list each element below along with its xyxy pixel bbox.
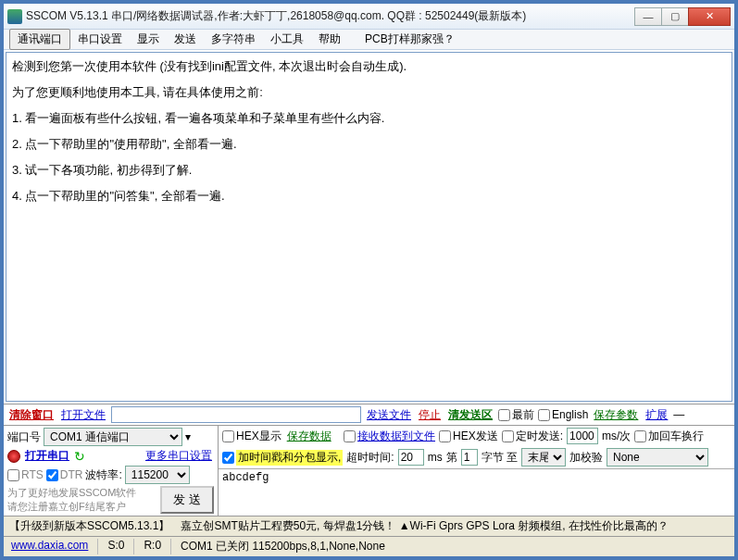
interval-input[interactable]: [567, 428, 598, 444]
timeout-label: 超时时间:: [346, 450, 394, 466]
content-line: 4. 点一下帮助里的"问答集", 全部看一遍.: [12, 186, 726, 206]
menu-multistring[interactable]: 多字符串: [204, 30, 263, 49]
save-data-button[interactable]: 保存数据: [285, 429, 333, 444]
toolbar-row-1: 清除窗口 打开文件 发送文件 停止 清发送区 最前 English 保存参数 扩…: [4, 404, 734, 425]
extend-button[interactable]: 扩展: [644, 407, 669, 423]
port-select[interactable]: COM1 通信端口: [44, 428, 182, 446]
port-dropdown-icon[interactable]: ▾: [185, 430, 191, 443]
clear-send-area-button[interactable]: 清发送区: [446, 407, 494, 423]
baud-select[interactable]: 115200: [125, 466, 190, 484]
status-bar: www.daxia.com S:0 R:0 COM1 已关闭 115200bps…: [4, 536, 734, 556]
hex-send-checkbox[interactable]: HEX发送: [439, 429, 498, 444]
menu-help[interactable]: 帮助: [311, 30, 348, 49]
more-settings-button[interactable]: 更多串口设置: [144, 448, 214, 464]
titlebar[interactable]: SSCOM V5.13.1 串口/网络数据调试器,作者:大虾丁丁,2618058…: [4, 4, 734, 30]
timeout-unit: ms: [428, 451, 443, 464]
clear-window-button[interactable]: 清除窗口: [7, 407, 56, 423]
content-line: 3. 试一下各项功能, 初步得到了解.: [12, 160, 726, 180]
content-line: 2. 点一下帮助里的"使用帮助", 全部看一遍.: [12, 134, 726, 155]
rts-checkbox[interactable]: RTS: [7, 468, 44, 481]
page-label-1: 第: [446, 450, 457, 466]
port-label: 端口号: [7, 429, 41, 445]
interval-unit: ms/次: [602, 429, 631, 444]
open-file-button[interactable]: 打开文件: [59, 407, 107, 423]
main-window: SSCOM V5.13.1 串口/网络数据调试器,作者:大虾丁丁,2618058…: [3, 3, 735, 557]
ad-text[interactable]: 嘉立创SMT贴片工程费50元, 每焊盘1分钱！ ▲Wi-Fi Gprs GPS …: [181, 518, 669, 534]
lower-right-panel: HEX显示 保存数据 接收数据到文件 HEX发送 定时发送: ms/次 加回车换…: [219, 426, 734, 516]
topmost-checkbox[interactable]: 最前: [498, 407, 534, 423]
lower-left-panel: 端口号 COM1 通信端口 ▾ 打开串口 ↻ 更多串口设置 RTS DTR 波特…: [4, 426, 219, 516]
open-port-button[interactable]: 打开串口: [23, 448, 71, 464]
app-icon: [7, 9, 22, 24]
options-row-1: HEX显示 保存数据 接收数据到文件 HEX发送 定时发送: ms/次 加回车换…: [219, 426, 734, 446]
menu-display[interactable]: 显示: [130, 30, 167, 49]
status-recv: R:0: [134, 539, 171, 554]
promo-line2: 请您注册嘉立创F结尾客户: [7, 500, 157, 514]
timed-send-checkbox[interactable]: 定时发送:: [502, 429, 563, 444]
status-url[interactable]: www.daxia.com: [9, 539, 98, 554]
upgrade-link[interactable]: 【升级到新版本SSCOM5.13.1】: [9, 518, 169, 534]
record-icon: [7, 450, 20, 463]
send-textarea[interactable]: [219, 469, 734, 516]
send-input-wrapper: [219, 468, 734, 516]
refresh-icon[interactable]: ↻: [74, 449, 85, 464]
content-line: 检测到您第一次使用本软件 (没有找到ini配置文件, 本次退出时会自动生成).: [12, 56, 726, 77]
menu-tools[interactable]: 小工具: [263, 30, 311, 49]
minimize-button[interactable]: —: [634, 7, 662, 26]
promo-statusbar: 【升级到新版本SSCOM5.13.1】 嘉立创SMT贴片工程费50元, 每焊盘1…: [4, 516, 734, 536]
menu-comm-port[interactable]: 通讯端口: [9, 29, 70, 50]
file-path-input[interactable]: [111, 406, 361, 423]
content-line: 为了您更顺利地使用本工具, 请在具体使用之前:: [12, 82, 726, 103]
content-line: 1. 看一遍面板有些什么按钮, 看一遍各项菜单和子菜单里有些什么内容.: [12, 108, 726, 129]
menu-send[interactable]: 发送: [167, 30, 204, 49]
save-params-button[interactable]: 保存参数: [592, 407, 640, 423]
extend-separator: —: [673, 408, 684, 421]
add-crlf-checkbox[interactable]: 加回车换行: [634, 429, 704, 444]
title-text: SSCOM V5.13.1 串口/网络数据调试器,作者:大虾丁丁,2618058…: [26, 8, 635, 24]
promo-line1: 为了更好地发展SSCOM软件: [7, 486, 157, 500]
stop-button[interactable]: 停止: [417, 407, 443, 423]
baud-label: 波特率:: [85, 467, 121, 483]
add-check-label: 加校验: [569, 450, 603, 466]
status-sent: S:0: [98, 539, 134, 554]
window-buttons: — ▢ ✕: [635, 7, 731, 26]
menubar: 通讯端口 串口设置 显示 发送 多字符串 小工具 帮助 PCB打样那家强？: [4, 30, 734, 50]
english-checkbox[interactable]: English: [538, 408, 588, 421]
page-label-2: 字节 至: [482, 450, 518, 466]
receive-textarea[interactable]: 检测到您第一次使用本软件 (没有找到ini配置文件, 本次退出时会自动生成). …: [6, 52, 732, 402]
byte-from-input[interactable]: [461, 449, 478, 466]
menu-pcb-link[interactable]: PCB打样那家强？: [357, 30, 462, 49]
send-button[interactable]: 发 送: [160, 486, 214, 514]
hex-display-checkbox[interactable]: HEX显示: [222, 429, 281, 444]
maximize-button[interactable]: ▢: [661, 7, 689, 26]
timestamp-checkbox[interactable]: 加时间戳和分包显示,: [222, 450, 343, 466]
close-button[interactable]: ✕: [688, 7, 731, 26]
send-file-button[interactable]: 发送文件: [365, 407, 413, 423]
timeout-input[interactable]: [398, 449, 424, 466]
dtr-checkbox[interactable]: DTR: [46, 468, 83, 481]
options-row-2: 加时间戳和分包显示, 超时时间: ms 第 字节 至 末尾 加校验 None: [219, 446, 734, 468]
status-com: COM1 已关闭 115200bps,8,1,None,None: [171, 539, 729, 554]
recv-to-file-checkbox[interactable]: 接收数据到文件: [344, 429, 435, 444]
byte-to-select[interactable]: 末尾: [521, 448, 566, 467]
promo-block: 为了更好地发展SSCOM软件 请您注册嘉立创F结尾客户: [7, 486, 157, 514]
lower-panel: 端口号 COM1 通信端口 ▾ 打开串口 ↻ 更多串口设置 RTS DTR 波特…: [4, 425, 734, 516]
check-select[interactable]: None: [607, 448, 708, 467]
menu-serial-settings[interactable]: 串口设置: [70, 30, 130, 49]
